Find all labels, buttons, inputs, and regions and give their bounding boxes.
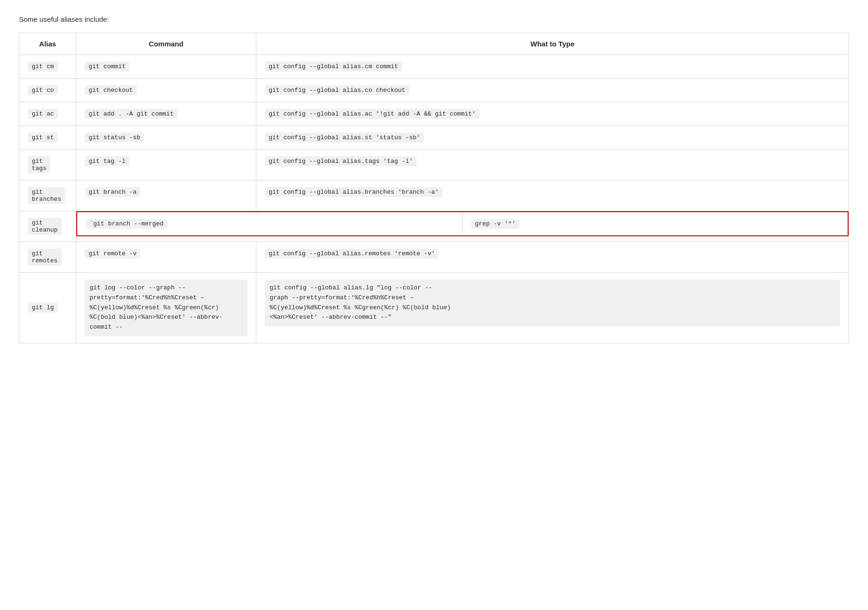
intro-text: Some useful aliases include: xyxy=(19,15,849,23)
what-cell: git config --global alias.ac '!git add -… xyxy=(256,102,849,126)
table-row: git tagsgit tag -lgit config --global al… xyxy=(19,150,849,180)
table-row: git cmgit commitgit config --global alia… xyxy=(19,55,849,79)
alias-badge: git remotes xyxy=(28,249,62,266)
alias-badge: git co xyxy=(28,85,58,95)
table-row: git cleanup`git branch --mergedgrep -v '… xyxy=(19,211,849,242)
table-header-row: Alias Command What to Type xyxy=(19,33,849,55)
alias-cell: git cm xyxy=(19,55,76,79)
col-header-what: What to Type xyxy=(256,33,849,55)
what-cell: git config --global alias.remotes 'remot… xyxy=(256,242,849,273)
table-row: git lggit log --color --graph -- pretty=… xyxy=(19,273,849,343)
command-cell: git tag -l xyxy=(76,150,256,180)
what-cell: git config --global alias.branches 'bran… xyxy=(256,180,849,211)
col-header-alias: Alias xyxy=(19,33,76,55)
what-cell: git config --global alias.lg "log --colo… xyxy=(256,273,849,343)
table-row: git remotesgit remote -vgit config --glo… xyxy=(19,242,849,273)
alias-badge: git branches xyxy=(28,187,65,204)
alias-badge: git st xyxy=(28,133,58,143)
col-header-command: Command xyxy=(76,33,256,55)
command-cell: git add . -A git commit xyxy=(76,102,256,126)
alias-badge: git tags xyxy=(28,156,50,173)
table-row: git acgit add . -A git commitgit config … xyxy=(19,102,849,126)
cleanup-command-cell: `git branch --mergedgrep -v '*' xyxy=(76,211,849,242)
alias-cell: git lg xyxy=(19,273,76,343)
alias-cell: git branches xyxy=(19,180,76,211)
aliases-table: Alias Command What to Type git cmgit com… xyxy=(19,33,849,343)
alias-badge: git cleanup xyxy=(28,218,62,235)
alias-cell: git remotes xyxy=(19,242,76,273)
alias-cell: git tags xyxy=(19,150,76,180)
what-cell: git config --global alias.cm commit xyxy=(256,55,849,79)
alias-cell: git cleanup xyxy=(19,211,76,242)
alias-badge: git cm xyxy=(28,62,58,72)
table-row: git stgit status -sbgit config --global … xyxy=(19,126,849,150)
alias-cell: git ac xyxy=(19,102,76,126)
alias-cell: git co xyxy=(19,79,76,102)
command-cell: git remote -v xyxy=(76,242,256,273)
what-cell: git config --global alias.tags 'tag -l' xyxy=(256,150,849,180)
cleanup-command-text: `git branch --merged xyxy=(77,212,462,235)
command-cell: git log --color --graph -- pretty=format… xyxy=(76,273,256,343)
what-cell: git config --global alias.st 'status -sb… xyxy=(256,126,849,150)
alias-badge: git lg xyxy=(28,303,58,313)
command-cell: git checkout xyxy=(76,79,256,102)
table-row: git branchesgit branch -agit config --gl… xyxy=(19,180,849,211)
alias-cell: git st xyxy=(19,126,76,150)
command-cell: git branch -a xyxy=(76,180,256,211)
command-cell: git status -sb xyxy=(76,126,256,150)
table-row: git cogit checkoutgit config --global al… xyxy=(19,79,849,102)
cleanup-what-text: grep -v '*' xyxy=(462,212,848,235)
command-cell: git commit xyxy=(76,55,256,79)
alias-badge: git ac xyxy=(28,109,58,119)
what-cell: git config --global alias.co checkout xyxy=(256,79,849,102)
